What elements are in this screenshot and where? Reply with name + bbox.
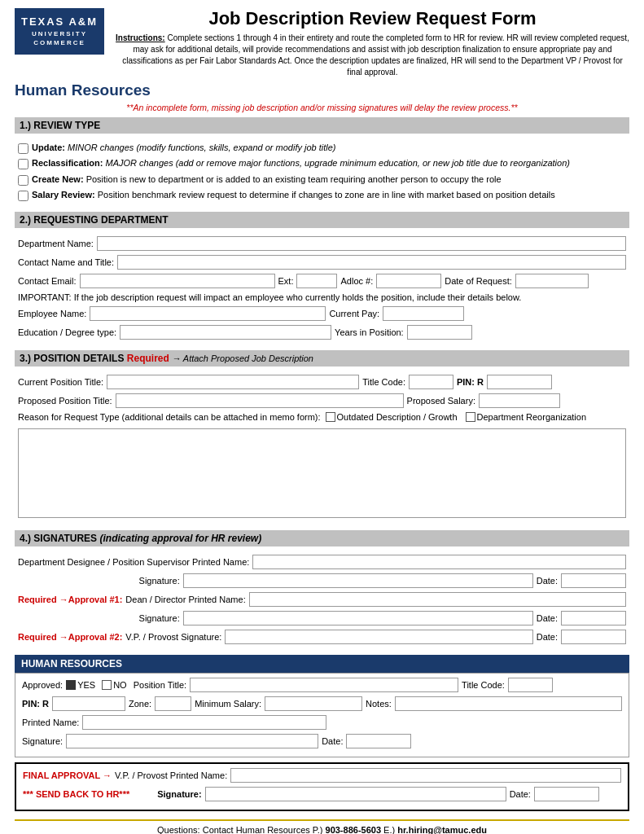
- vp-sig-input[interactable]: [225, 630, 532, 644]
- section4-note: (indicating approval for HR review): [99, 533, 261, 544]
- approval1-sig-label: Signature:: [139, 613, 180, 623]
- dept-date-input[interactable]: [561, 573, 626, 588]
- footer-phone-label: P.): [313, 825, 323, 834]
- hr-label: Human Resources: [15, 81, 151, 99]
- proposed-salary-input[interactable]: [479, 393, 560, 408]
- current-title-label: Current Position Title:: [18, 377, 103, 387]
- dept-designee-input[interactable]: [252, 555, 626, 569]
- outdated-checkbox[interactable]: [326, 412, 335, 422]
- footer-email-label: E.): [383, 825, 395, 834]
- hr-printed-label: Printed Name:: [22, 718, 79, 727]
- employee-name-input[interactable]: [90, 306, 326, 321]
- current-pay-label: Current Pay:: [329, 309, 379, 318]
- reason-textarea[interactable]: [18, 428, 626, 518]
- vp-sig-label: V.P. / Provost Signature:: [125, 632, 221, 642]
- final-sig-input[interactable]: [205, 787, 506, 801]
- hr-min-salary-input[interactable]: [265, 696, 362, 711]
- section4-header: 4.) SIGNATURES (indicating approval for …: [15, 530, 629, 546]
- pin-input[interactable]: [487, 375, 552, 389]
- hr-notes-input[interactable]: [395, 696, 622, 711]
- dept-designee-label: Department Designee / Position Superviso…: [18, 557, 249, 567]
- ext-label: Ext:: [278, 276, 294, 286]
- instructions-label: Instructions:: [116, 33, 165, 42]
- current-title-input[interactable]: [107, 375, 359, 389]
- footer-phone: 903-886-5603: [326, 825, 382, 834]
- header-right: Job Description Review Request Form Inst…: [116, 8, 629, 78]
- hr-date-input[interactable]: [346, 734, 411, 748]
- ext-input[interactable]: [296, 274, 337, 288]
- approval1-sig-input[interactable]: [183, 611, 533, 626]
- section3-header: 3.) POSITION DETAILS Required → Attach P…: [15, 350, 629, 367]
- hr-title-code-input[interactable]: [508, 678, 553, 692]
- approval1-date-label: Date:: [537, 613, 558, 623]
- dept-sig-input[interactable]: [183, 573, 533, 588]
- hr-zone-input[interactable]: [155, 696, 191, 711]
- approval2-date-input[interactable]: [561, 630, 626, 644]
- required-approval2-label: Required →Approval #2:: [18, 632, 122, 642]
- education-input[interactable]: [120, 325, 331, 340]
- header: TEXAS A&M UNIVERSITY COMMERCE Job Descri…: [15, 8, 629, 78]
- proposed-title-label: Proposed Position Title:: [18, 396, 112, 406]
- final-date-input[interactable]: [534, 787, 599, 801]
- footer-contact: Contact Human Resources: [203, 825, 310, 834]
- dept-name-row: Department Name:: [18, 236, 626, 251]
- update-checkbox[interactable]: [18, 143, 28, 154]
- logo-title: TEXAS A&M: [18, 15, 101, 29]
- hr-position-title-label: Position Title:: [134, 680, 186, 690]
- approval1-date-input[interactable]: [561, 611, 626, 626]
- no-checkbox[interactable]: [102, 680, 112, 690]
- final-approval-box: FINAL APPROVAL → V.P. / Provost Printed …: [15, 762, 629, 811]
- hr-printed-input[interactable]: [82, 715, 326, 730]
- no-label: NO: [113, 680, 127, 690]
- employee-name-row: Employee Name: Current Pay:: [18, 306, 626, 321]
- proposed-title-input[interactable]: [116, 393, 404, 408]
- education-row: Education / Degree type: Years in Positi…: [18, 325, 626, 340]
- dept-designee-row: Department Designee / Position Superviso…: [18, 555, 626, 569]
- contact-name-row: Contact Name and Title:: [18, 255, 626, 270]
- final-sig-row: *** SEND BACK TO HR*** Signature: Date:: [23, 787, 621, 801]
- vp-printed-input[interactable]: [230, 768, 621, 783]
- contact-name-input[interactable]: [117, 255, 626, 270]
- dept-reorg-checkbox[interactable]: [466, 412, 475, 422]
- vp-printed-label: V.P. / Provost Printed Name:: [115, 770, 227, 780]
- contact-email-input[interactable]: [80, 274, 275, 288]
- approval2-row: Required →Approval #2: V.P. / Provost Si…: [18, 630, 626, 644]
- logo-sub1: UNIVERSITY: [18, 29, 101, 38]
- adloc-input[interactable]: [376, 274, 441, 288]
- send-back-label: *** SEND BACK TO HR***: [23, 789, 129, 799]
- hr-title-code-label: Title Code:: [462, 680, 505, 690]
- hr-pin-input[interactable]: [52, 696, 125, 711]
- salary-review-checkbox[interactable]: [18, 191, 28, 201]
- dean-input[interactable]: [249, 592, 626, 607]
- reclassification-checkbox[interactable]: [18, 159, 28, 169]
- current-title-row: Current Position Title: Title Code: PIN:…: [18, 375, 626, 389]
- final-date-label: Date:: [510, 789, 531, 799]
- hr-sig-input[interactable]: [66, 734, 318, 748]
- approval1-sig-row: Signature: Date:: [18, 611, 626, 626]
- important-text: IMPORTANT: If the job description reques…: [18, 292, 626, 302]
- hr-approved-row: Approved: YES NO Position Title: Title C…: [22, 678, 622, 692]
- section3-content: Current Position Title: Title Code: PIN:…: [15, 371, 629, 530]
- years-input[interactable]: [407, 325, 472, 340]
- instructions: Instructions: Complete sections 1 throug…: [116, 33, 629, 78]
- create-new-checkbox[interactable]: [18, 175, 28, 186]
- logo: TEXAS A&M UNIVERSITY COMMERCE: [15, 8, 104, 55]
- yes-checkbox[interactable]: [66, 680, 76, 690]
- no-wrapper: NO: [102, 680, 127, 690]
- reason-type-row: Reason for Request Type (additional deta…: [18, 412, 626, 422]
- date-request-input[interactable]: [515, 274, 589, 288]
- hr-pin-label: PIN: R: [22, 699, 49, 709]
- reclassification-row: Reclassification: MAJOR changes (add or …: [18, 157, 626, 169]
- update-row: Update: MINOR changes (modify functions,…: [18, 142, 626, 154]
- years-label: Years in Position:: [335, 327, 404, 337]
- employee-name-label: Employee Name:: [18, 309, 86, 318]
- title-code-input[interactable]: [409, 375, 453, 389]
- hr-position-title-input[interactable]: [190, 678, 458, 692]
- dept-name-input[interactable]: [97, 236, 626, 251]
- hr-approved-label: Approved:: [22, 680, 63, 690]
- dean-label: Dean / Director Printed Name:: [125, 595, 245, 604]
- current-pay-input[interactable]: [383, 306, 464, 321]
- section1-content: Update: MINOR changes (modify functions,…: [15, 138, 629, 212]
- adloc-label: Adloc #:: [340, 276, 373, 286]
- contact-name-label: Contact Name and Title:: [18, 257, 114, 267]
